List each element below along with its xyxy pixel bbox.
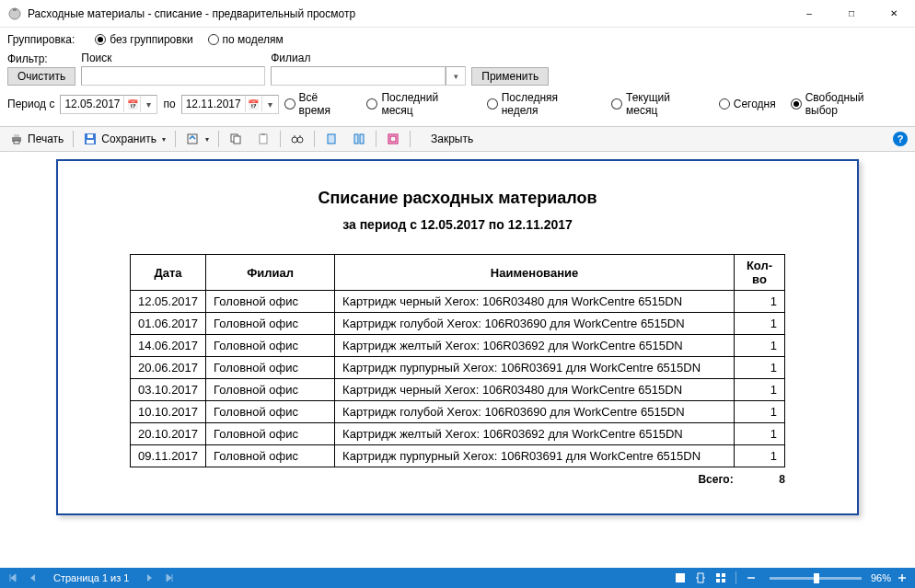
copy-button[interactable] <box>223 129 249 149</box>
svg-rect-15 <box>328 134 335 144</box>
col-qty: Кол-во <box>735 255 785 291</box>
filter-panel: Группировка: без группировки по моделям … <box>0 28 915 126</box>
period-lastweek-radio[interactable]: Последняя неделя <box>487 91 596 117</box>
period-free-radio[interactable]: Свободный выбор <box>791 91 898 117</box>
period-today-radio[interactable]: Сегодня <box>719 98 776 110</box>
search-input[interactable] <box>81 66 265 86</box>
cell-name: Картридж черный Xerox: 106R03480 для Wor… <box>335 291 735 313</box>
margins-button[interactable] <box>380 129 406 149</box>
close-window-button[interactable]: ✕ <box>873 0 915 28</box>
chevron-down-icon: ▾ <box>162 135 166 144</box>
cell-branch: Головной офис <box>206 357 335 379</box>
close-preview-button[interactable]: Закрыть <box>425 129 479 149</box>
pages-icon <box>352 132 366 146</box>
period-lastmonth-radio[interactable]: Последний месяц <box>366 91 471 117</box>
radio-dot-icon <box>611 98 622 110</box>
slider-thumb[interactable] <box>814 573 819 583</box>
cell-date: 14.06.2017 <box>131 335 206 357</box>
cell-name: Картридж голубой Xerox: 106R03690 для Wo… <box>335 313 735 335</box>
zoom-out-button[interactable] <box>742 569 760 587</box>
svg-rect-12 <box>261 133 265 135</box>
separator <box>376 131 376 147</box>
search-label: Поиск <box>81 52 265 64</box>
find-button[interactable] <box>284 129 310 149</box>
grouping-none-radio[interactable]: без группировки <box>95 33 192 46</box>
save-button[interactable]: Сохранить ▾ <box>77 129 171 149</box>
zoom-width-button[interactable] <box>691 569 710 587</box>
paste-button[interactable] <box>250 129 276 149</box>
table-row: 10.10.2017Головной офисКартридж голубой … <box>131 401 785 423</box>
svg-rect-4 <box>14 141 19 144</box>
branch-label: Филиал <box>271 52 466 64</box>
zoom-whole-button[interactable] <box>671 569 689 587</box>
svg-rect-21 <box>698 573 703 582</box>
maximize-button[interactable]: □ <box>830 0 873 28</box>
cell-name: Картридж желтый Xerox: 106R03692 для Wor… <box>335 423 735 445</box>
col-name: Наименование <box>335 255 735 291</box>
cell-branch: Головной офис <box>206 379 335 401</box>
branch-input[interactable] <box>271 66 446 86</box>
first-page-button[interactable] <box>4 569 22 587</box>
cell-date: 12.05.2017 <box>131 291 206 313</box>
branch-dropdown-button[interactable]: ▾ <box>446 66 466 86</box>
svg-rect-20 <box>676 573 685 582</box>
minimize-button[interactable]: – <box>788 0 830 28</box>
preview-area[interactable]: Списание расходных материалов за период … <box>0 152 915 568</box>
binoculars-icon <box>290 132 305 146</box>
period-to-label: по <box>163 98 175 110</box>
cell-date: 01.06.2017 <box>131 313 206 335</box>
next-page-button[interactable] <box>140 569 158 587</box>
radio-dot-icon <box>719 98 730 110</box>
cell-qty: 1 <box>735 357 785 379</box>
cell-branch: Головной офис <box>206 423 335 445</box>
cell-qty: 1 <box>735 335 785 357</box>
titlebar: Расходные материалы - списание - предвар… <box>0 0 915 28</box>
multi-page-button[interactable] <box>346 129 372 149</box>
cell-qty: 1 <box>735 401 785 423</box>
col-date: Дата <box>131 255 206 291</box>
cell-qty: 1 <box>735 423 785 445</box>
radio-dot-icon <box>366 98 377 110</box>
margin-icon <box>386 132 400 146</box>
prev-page-button[interactable] <box>24 569 42 587</box>
grouping-model-radio[interactable]: по моделям <box>208 33 284 46</box>
col-branch: Филиал <box>206 255 335 291</box>
clipboard-icon <box>256 132 271 146</box>
calendar-icon: 📅 <box>245 96 261 112</box>
cell-date: 09.11.2017 <box>131 445 206 467</box>
apply-button[interactable]: Применить <box>471 67 549 86</box>
print-label: Печать <box>28 133 64 145</box>
period-all-label: Всё время <box>299 91 353 117</box>
window-title: Расходные материалы - списание - предвар… <box>28 7 788 20</box>
export-button[interactable]: ▾ <box>180 129 214 149</box>
zoom-slider[interactable] <box>770 577 862 580</box>
table-row: 09.11.2017Головной офисКартридж пурпурны… <box>131 445 785 467</box>
calendar-icon: 📅 <box>123 96 140 112</box>
help-button[interactable]: ? <box>893 132 908 146</box>
period-today-label: Сегодня <box>734 98 776 110</box>
separator <box>735 571 736 584</box>
zoom-multi-button[interactable] <box>712 569 730 587</box>
svg-rect-24 <box>716 579 720 582</box>
report-table: Дата Филиал Наименование Кол-во 12.05.20… <box>130 254 785 467</box>
zoom-in-button[interactable] <box>893 569 911 587</box>
date-from-value: 12.05.2017 <box>61 98 123 110</box>
date-from-input[interactable]: 12.05.2017 📅 ▾ <box>60 95 157 114</box>
single-page-button[interactable] <box>319 129 344 149</box>
report-title: Списание расходных материалов <box>58 189 857 208</box>
separator <box>280 131 281 147</box>
table-row: 01.06.2017Головной офисКартридж голубой … <box>131 313 785 335</box>
print-button[interactable]: Печать <box>4 129 69 149</box>
cell-qty: 1 <box>735 445 785 467</box>
radio-dot-icon <box>791 98 802 110</box>
period-curmonth-radio[interactable]: Текущий месяц <box>611 91 704 117</box>
period-all-radio[interactable]: Всё время <box>284 91 353 117</box>
date-to-input[interactable]: 12.11.2017 📅 ▾ <box>181 95 279 114</box>
report-subtitle: за период с 12.05.2017 по 12.11.2017 <box>58 217 857 232</box>
svg-rect-3 <box>14 134 19 137</box>
cell-date: 10.10.2017 <box>131 401 206 423</box>
table-row: 20.10.2017Головной офисКартридж желтый X… <box>131 423 785 445</box>
cell-name: Картридж голубой Xerox: 106R03690 для Wo… <box>335 401 735 423</box>
clear-button[interactable]: Очистить <box>7 67 75 86</box>
last-page-button[interactable] <box>160 569 179 587</box>
